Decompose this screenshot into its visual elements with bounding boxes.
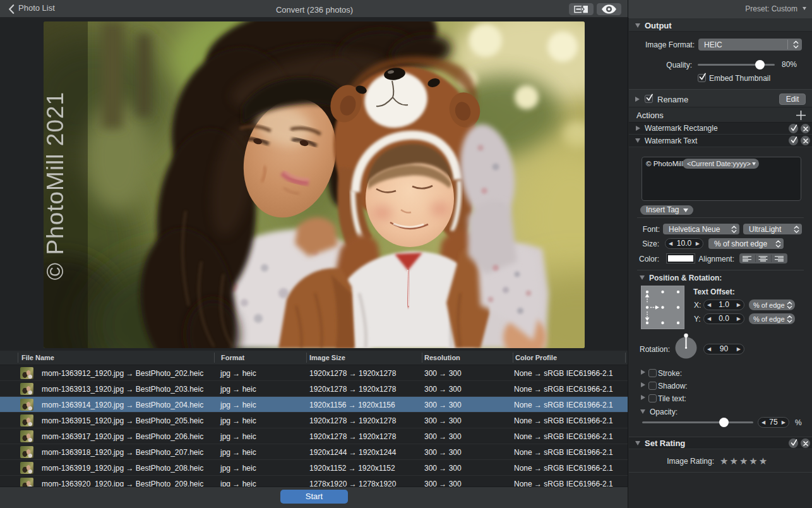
svg-text:© PhotoMill 2021: © PhotoMill 2021 bbox=[44, 92, 68, 280]
